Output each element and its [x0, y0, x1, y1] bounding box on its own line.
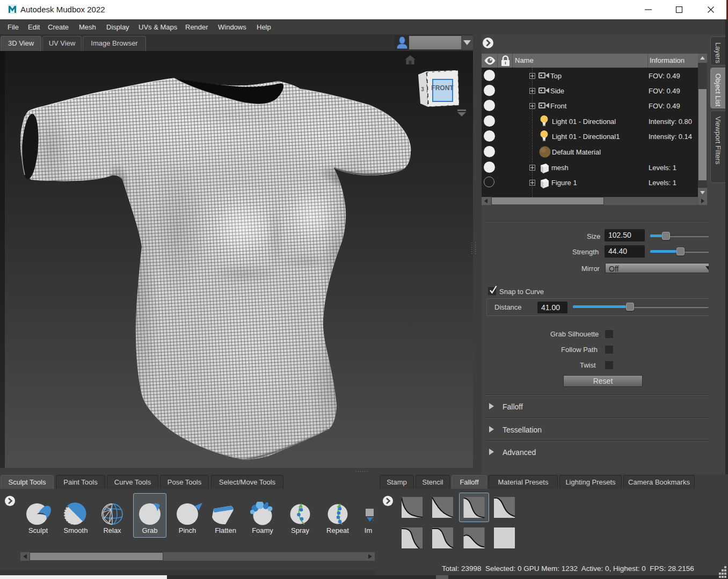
svg-text:FRONT: FRONT	[431, 84, 454, 92]
svg-text:3: 3	[421, 86, 424, 92]
